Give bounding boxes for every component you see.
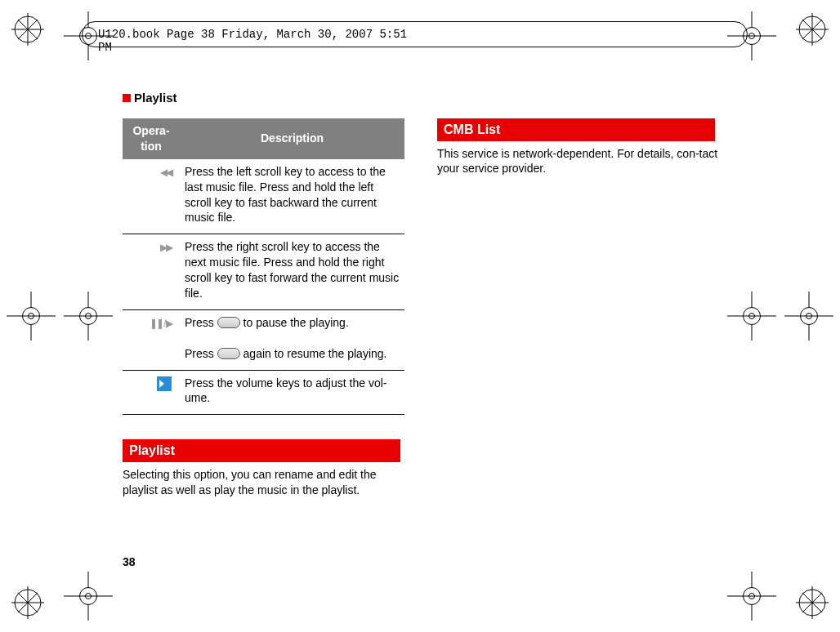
content-columns: Opera- tion Description ◀◀ Press the lef… (123, 118, 719, 498)
forward-icon: ▶▶ (160, 242, 172, 253)
table-row: Press the volume keys to adjust the vol-… (123, 370, 404, 415)
table-cell-desc: Press the right scroll key to access the… (180, 234, 404, 310)
table-cell-desc: Press to pause the playing. Press again … (180, 309, 404, 370)
crosshair-mark (64, 572, 113, 621)
table-head-operation: Opera- tion (123, 118, 180, 159)
crosshair-mark (7, 292, 56, 340)
table-cell-desc: Press the left scroll key to access to t… (180, 159, 404, 234)
rewind-icon: ◀◀ (160, 167, 172, 178)
registration-mark (10, 11, 46, 47)
crosshair-mark (727, 572, 776, 621)
table-head-description: Description (180, 118, 404, 159)
volume-icon (157, 376, 172, 391)
section-title-text: Playlist (134, 91, 177, 105)
crosshair-mark (727, 292, 776, 340)
playlist-header: Playlist (123, 439, 400, 462)
registration-mark (794, 11, 830, 47)
table-cell-desc: Press the volume keys to adjust the vol-… (180, 370, 404, 415)
section-square-icon (123, 94, 131, 102)
book-header: U120.book Page 38 Friday, March 30, 2007… (98, 28, 409, 54)
text-fragment: Press (185, 316, 217, 329)
cmb-list-header: CMB List (437, 118, 715, 141)
right-column: CMB List This service is network-depende… (437, 118, 719, 498)
text-fragment: Press (185, 347, 217, 360)
page-number: 38 (123, 555, 136, 568)
registration-mark (794, 585, 830, 621)
keycap-icon (217, 348, 240, 359)
cmb-list-body: This service is network-dependent. For d… (437, 146, 719, 177)
table-row: ◀◀ Press the left scroll key to access t… (123, 159, 404, 234)
playlist-body: Selecting this option, you can rename an… (123, 467, 404, 498)
text-fragment: to pause the playing. (244, 316, 349, 329)
crosshair-mark (784, 292, 833, 340)
operations-table: Opera- tion Description ◀◀ Press the lef… (123, 118, 404, 415)
section-title: Playlist (123, 91, 177, 105)
registration-mark (10, 585, 46, 621)
table-row: ▶▶ Press the right scroll key to access … (123, 234, 404, 310)
pause-play-icon: ❚❚ / ▶ (150, 318, 172, 329)
table-row: ❚❚ / ▶ Press to pause the playing. Press… (123, 309, 404, 370)
left-column: Opera- tion Description ◀◀ Press the lef… (123, 118, 404, 498)
text-fragment: again to resume the playing. (244, 347, 387, 360)
crosshair-mark (64, 292, 113, 340)
keycap-icon (217, 317, 240, 328)
